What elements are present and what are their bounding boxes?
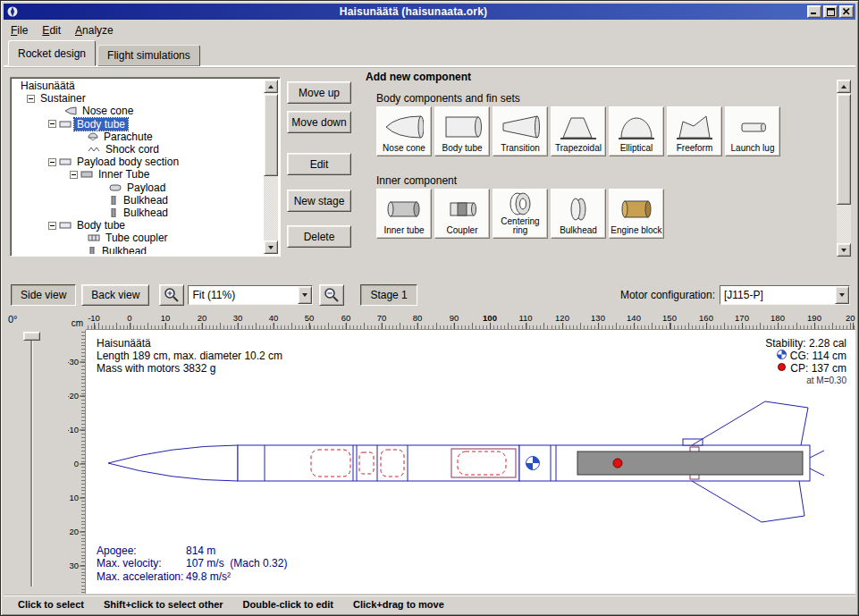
tree-item-bulkhead-aft[interactable]: Bulkhead: [13, 244, 264, 254]
rocket-name: Haisunäätä: [97, 337, 282, 350]
palette-scrollbar[interactable]: [837, 80, 851, 257]
motor-configuration-select[interactable]: [J115-P]: [720, 285, 850, 305]
nose-cone-icon: [64, 106, 77, 115]
tabbar: Rocket design Flight simulations: [8, 40, 200, 66]
hint-click-drag: Click+drag to move: [353, 599, 444, 610]
add-launch-lug-button[interactable]: Launch lug: [725, 106, 780, 156]
back-view-button[interactable]: Back view: [81, 284, 149, 306]
body-tube-icon: [59, 221, 72, 230]
add-engine-block-button[interactable]: Engine block: [609, 189, 664, 239]
minimize-button[interactable]: [807, 5, 821, 18]
add-nose-cone-button[interactable]: Nose cone: [376, 106, 432, 156]
chevron-down-icon[interactable]: [298, 286, 312, 304]
inner-tube-icon: [80, 170, 93, 179]
expander-minus-icon[interactable]: [48, 222, 56, 230]
rotation-slider-track[interactable]: [30, 333, 32, 586]
menu-file[interactable]: File: [4, 21, 35, 39]
max-velocity-value: 107 m/s (Mach 0.32): [186, 557, 287, 570]
app-window: Haisunäätä (haisunaata.ork) File Edit An…: [0, 0, 859, 616]
cg-value: CG: 114 cm: [790, 350, 846, 362]
component-tree-panel: Haisunäätä Sustainer Nose cone Body tube…: [10, 77, 281, 257]
chevron-down-icon[interactable]: [835, 286, 849, 304]
bulkhead-icon: [88, 247, 97, 254]
maximize-button[interactable]: [823, 5, 838, 18]
vertical-ruler: -30 -20 -10 0 10 20 30: [68, 330, 86, 594]
transition-icon: [501, 109, 540, 144]
add-body-tube-button[interactable]: Body tube: [434, 106, 490, 156]
tree-item-nose-cone[interactable]: Nose cone: [13, 105, 264, 117]
add-centering-ring-button[interactable]: Centering ring: [493, 189, 548, 239]
tree-item-sustainer[interactable]: Sustainer: [13, 92, 264, 105]
rotation-angle-label: 0°: [8, 314, 18, 325]
add-transition-button[interactable]: Transition: [493, 106, 548, 156]
tree-item-bulkhead[interactable]: Bulkhead: [13, 207, 264, 219]
cp-value: CP: 137 cm: [790, 362, 846, 375]
delete-button[interactable]: Delete: [287, 225, 351, 248]
engine-block-icon: [617, 191, 656, 226]
tree-item-bulkhead[interactable]: Bulkhead: [13, 194, 264, 207]
tab-rocket-design[interactable]: Rocket design: [8, 40, 96, 66]
add-bulkhead-button[interactable]: Bulkhead: [551, 189, 606, 239]
scroll-up-icon[interactable]: [837, 80, 851, 93]
rocket-info: Haisunäätä Length 189 cm, max. diameter …: [97, 337, 282, 375]
new-stage-button[interactable]: New stage: [287, 190, 351, 212]
edit-button[interactable]: Edit: [287, 153, 351, 175]
expander-minus-icon[interactable]: [48, 120, 56, 128]
expander-minus-icon[interactable]: [70, 171, 78, 179]
tree-item-rocket[interactable]: Haisunäätä: [13, 80, 264, 92]
ruler-unit-label: cm: [68, 312, 86, 330]
apogee-value: 814 m: [186, 544, 215, 558]
tree-item-body-tube[interactable]: Body tube: [13, 118, 264, 131]
add-freeform-fin-button[interactable]: Freeform: [667, 106, 722, 156]
tree-item-body-tube-aft[interactable]: Body tube: [13, 219, 264, 232]
cp-marker: [613, 459, 622, 468]
tree-item-inner-tube[interactable]: Inner Tube: [13, 168, 264, 181]
scroll-thumb[interactable]: [837, 94, 851, 205]
coupler-icon: [442, 191, 482, 226]
tab-flight-simulations[interactable]: Flight simulations: [97, 45, 200, 66]
menu-edit[interactable]: Edit: [35, 21, 68, 39]
menu-analyze[interactable]: Analyze: [68, 21, 121, 39]
add-inner-tube-button[interactable]: Inner tube: [376, 189, 432, 239]
tree-scrollbar[interactable]: [264, 80, 278, 254]
tree-item-payload[interactable]: Payload: [13, 181, 264, 194]
zoom-out-button[interactable]: [319, 284, 344, 306]
move-up-button[interactable]: Move up: [287, 81, 351, 104]
tree-item-tube-coupler[interactable]: Tube coupler: [13, 232, 264, 244]
tree-item-shock-cord[interactable]: Shock cord: [13, 143, 264, 156]
rocket-mass: Mass with motors 3832 g: [97, 362, 282, 375]
scroll-up-icon[interactable]: [264, 80, 278, 93]
side-view-button[interactable]: Side view: [11, 284, 76, 306]
scroll-down-icon[interactable]: [264, 240, 278, 254]
max-velocity-label: Max. velocity:: [97, 557, 186, 570]
max-acceleration-label: Max. acceleration:: [97, 570, 186, 584]
body-tube-icon: [59, 157, 72, 166]
close-button[interactable]: [839, 5, 854, 18]
zoom-in-button[interactable]: [159, 284, 184, 306]
section-label-body-components: Body components and fin sets: [376, 92, 520, 105]
stage-1-toggle[interactable]: Stage 1: [360, 284, 417, 306]
add-trapezoidal-fin-button[interactable]: Trapezoidal: [551, 106, 606, 156]
rotation-slider-handle[interactable]: [23, 332, 40, 341]
move-down-button[interactable]: Move down: [287, 111, 351, 133]
scroll-thumb[interactable]: [264, 94, 278, 176]
zoom-select[interactable]: Fit (11%): [188, 285, 313, 305]
hint-shift-click: Shift+click to select other: [104, 599, 223, 610]
add-elliptical-fin-button[interactable]: Elliptical: [609, 106, 664, 156]
expander-minus-icon[interactable]: [48, 158, 56, 166]
bulkhead-icon: [559, 191, 598, 226]
stability-value: Stability: 2.28 cal: [765, 337, 846, 350]
rocket-canvas[interactable]: Haisunäätä Length 189 cm, max. diameter …: [86, 330, 855, 594]
rocket-dimensions: Length 189 cm, max. diameter 10.2 cm: [97, 350, 282, 362]
expander-minus-icon[interactable]: [27, 95, 35, 103]
stability-condition: at M=0.30: [765, 375, 846, 387]
cg-icon: [777, 350, 787, 362]
app-icon: [5, 5, 20, 18]
add-coupler-button[interactable]: Coupler: [434, 189, 490, 239]
freeform-fin-icon: [675, 109, 714, 144]
tree-item-parachute[interactable]: Parachute: [13, 131, 264, 143]
scroll-down-icon[interactable]: [837, 243, 851, 257]
cg-marker: [526, 457, 540, 470]
tree-item-payload-body-section[interactable]: Payload body section: [13, 156, 264, 168]
rocket-figure-area: 0° cm -10 0 10 20 30 40 50 60 70 80 90 1…: [4, 310, 855, 594]
